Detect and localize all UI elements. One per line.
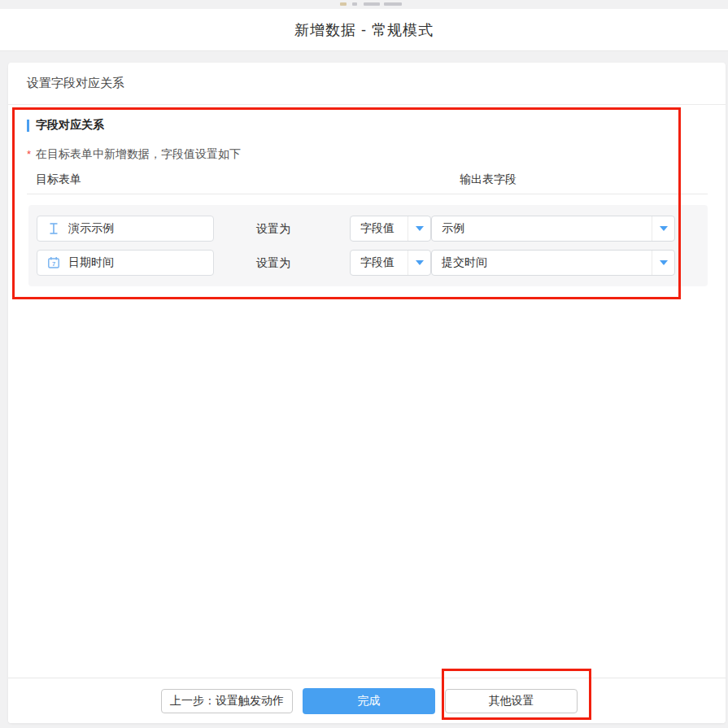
panel-section-header: 设置字段对应关系 xyxy=(8,63,726,105)
mapping-row: 7 日期时间 设置为 字段值 提交时间 xyxy=(37,250,700,276)
other-settings-button[interactable]: 其他设置 xyxy=(445,689,578,713)
calendar-icon: 7 xyxy=(47,256,60,269)
page-title: 新增数据 - 常规模式 xyxy=(294,20,434,40)
dialog-title-bar: 新增数据 - 常规模式 xyxy=(0,9,728,51)
value-mode-selected: 字段值 xyxy=(351,221,408,236)
dialog-footer: 上一步：设置触发动作 完成 其他设置 xyxy=(8,678,726,723)
required-asterisk: * xyxy=(27,148,31,160)
caret-zone xyxy=(408,251,430,275)
chevron-down-icon xyxy=(416,226,424,231)
target-field-chip: 7 日期时间 xyxy=(37,250,214,276)
target-field-label: 日期时间 xyxy=(68,255,114,270)
mapping-section-title: 字段对应关系 xyxy=(27,118,104,133)
output-field-selected: 提交时间 xyxy=(432,255,652,270)
set-as-label: 设置为 xyxy=(256,250,290,276)
mapping-row: 演示示例 设置为 字段值 示例 xyxy=(37,216,700,242)
column-header-target-form: 目标表单 xyxy=(36,172,81,187)
text-field-icon xyxy=(47,222,60,235)
remnant-fragment xyxy=(364,2,380,6)
caret-zone xyxy=(652,216,674,241)
caret-zone xyxy=(652,251,674,275)
previous-step-button[interactable]: 上一步：设置触发动作 xyxy=(161,689,293,713)
scrolled-header-remnant xyxy=(0,0,728,9)
mapping-rows-container: 演示示例 设置为 字段值 示例 xyxy=(28,205,708,286)
value-mode-select[interactable]: 字段值 xyxy=(350,216,431,242)
target-field-chip: 演示示例 xyxy=(37,216,214,242)
mapping-section-title-label: 字段对应关系 xyxy=(36,118,104,133)
accent-bar xyxy=(27,120,29,132)
remnant-fragment xyxy=(340,2,347,6)
finish-button[interactable]: 完成 xyxy=(303,688,435,714)
column-header-divider xyxy=(27,194,708,194)
value-mode-select[interactable]: 字段值 xyxy=(350,250,431,276)
remnant-fragment xyxy=(352,2,357,6)
output-field-select[interactable]: 示例 xyxy=(431,216,675,242)
screen: 新增数据 - 常规模式 设置字段对应关系 字段对应关系 *在目标表单中新增数据，… xyxy=(0,0,728,728)
column-header-output-field: 输出表字段 xyxy=(460,172,517,187)
remnant-fragment xyxy=(384,2,402,6)
set-as-label: 设置为 xyxy=(256,216,290,242)
output-field-selected: 示例 xyxy=(432,221,652,236)
main-panel: 设置字段对应关系 字段对应关系 *在目标表单中新增数据，字段值设置如下 目标表单… xyxy=(8,63,726,723)
chevron-down-icon xyxy=(660,260,668,265)
panel-section-header-label: 设置字段对应关系 xyxy=(27,76,124,91)
output-field-select[interactable]: 提交时间 xyxy=(431,250,675,276)
mapping-note-text: 在目标表单中新增数据，字段值设置如下 xyxy=(36,147,241,160)
value-mode-selected: 字段值 xyxy=(351,255,408,270)
chevron-down-icon xyxy=(416,260,424,265)
svg-text:7: 7 xyxy=(52,260,55,268)
caret-zone xyxy=(408,216,430,241)
chevron-down-icon xyxy=(660,226,668,231)
target-field-label: 演示示例 xyxy=(68,221,114,236)
mapping-note: *在目标表单中新增数据，字段值设置如下 xyxy=(27,147,241,162)
